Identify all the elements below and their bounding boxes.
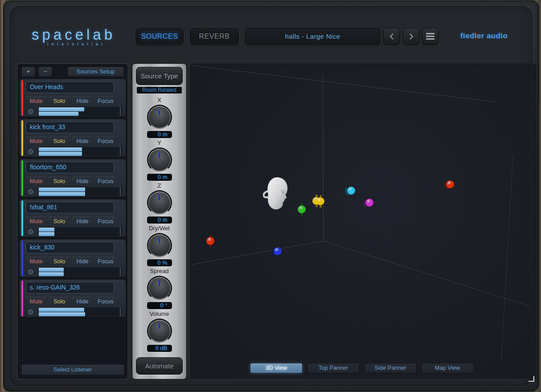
view-tab-3d-view[interactable]: 3D View [250, 363, 302, 373]
source-hide-button[interactable]: Hide [72, 297, 93, 307]
knob-group-volume: Volume0 dB [132, 310, 186, 353]
source-type-button[interactable]: Source Type [136, 67, 183, 85]
source-item[interactable]: kick_830MuteSoloHideFocus⚙ [20, 240, 126, 277]
source-focus-button[interactable]: Focus [95, 136, 116, 147]
source-ball-yellow-b[interactable] [316, 197, 324, 205]
source-hide-button[interactable]: Hide [72, 136, 93, 147]
ball-marker-bottom [209, 245, 212, 247]
source-ball-red-right[interactable] [446, 180, 454, 188]
source-solo-button[interactable]: Solo [49, 297, 70, 307]
source-focus-button[interactable]: Focus [95, 96, 116, 106]
sources-setup-title: Sources Setup [68, 67, 123, 76]
source-item[interactable]: hihat_861MuteSoloHideFocus⚙ [20, 200, 126, 237]
menu-button[interactable] [422, 28, 439, 45]
gear-icon[interactable]: ⚙ [26, 268, 36, 276]
listener-head[interactable] [263, 176, 291, 212]
knob[interactable] [147, 318, 172, 343]
gear-icon[interactable]: ⚙ [26, 107, 36, 116]
source-name-field[interactable]: kick_830 [26, 242, 114, 253]
source-item[interactable]: s. reso-GAIN_326MuteSoloHideFocus⚙ [20, 280, 126, 317]
meter-fill [39, 312, 85, 316]
automate-button[interactable]: Automate [136, 357, 183, 375]
source-name-field[interactable]: hihat_861 [26, 202, 114, 213]
preset-prev-button[interactable] [383, 28, 400, 45]
meter-fill [39, 192, 85, 196]
tab-sources[interactable]: SOURCES [135, 28, 184, 45]
view-tab-map-view[interactable]: Map View [422, 363, 473, 373]
knob-body [149, 192, 170, 213]
knob-value-display[interactable]: 0 m [147, 174, 172, 181]
source-ball-green[interactable] [298, 205, 306, 213]
gear-icon[interactable]: ⚙ [26, 308, 36, 316]
source-name-field[interactable]: Over Heads [26, 82, 114, 93]
gear-icon[interactable]: ⚙ [26, 188, 36, 196]
source-ball-blue[interactable] [274, 247, 282, 255]
source-focus-button[interactable]: Focus [95, 176, 116, 187]
source-mute-button[interactable]: Mute [26, 297, 46, 307]
gear-icon[interactable]: ⚙ [26, 228, 36, 236]
source-item[interactable]: kick front_33MuteSoloHideFocus⚙ [20, 119, 126, 157]
knob[interactable] [147, 190, 172, 215]
preset-next-button[interactable] [403, 28, 419, 45]
source-solo-button[interactable]: Solo [49, 96, 70, 106]
sources-header: + − Sources Setup [22, 67, 123, 76]
tab-reverb[interactable]: REVERB [190, 28, 239, 45]
source-mute-button[interactable]: Mute [26, 257, 46, 267]
knob-pointer [159, 237, 160, 243]
source-mute-button[interactable]: Mute [26, 176, 46, 187]
source-focus-button[interactable]: Focus [95, 216, 116, 227]
source-hide-button[interactable]: Hide [72, 96, 93, 106]
add-source-button[interactable]: + [22, 67, 35, 76]
chevron-left-icon [389, 33, 395, 40]
knob-value-display[interactable]: 0 % [147, 259, 172, 266]
source-name-field[interactable]: s. reso-GAIN_326 [26, 282, 114, 294]
room-related-mode[interactable]: Room Related [137, 87, 182, 94]
knob-body [149, 320, 170, 342]
view-tab-top-panner[interactable]: Top Panner [307, 363, 359, 373]
preset-selector[interactable]: halls - Large Nice [245, 28, 381, 45]
source-item[interactable]: Over HeadsMuteSoloHideFocus⚙ [20, 79, 126, 117]
knob-value-display[interactable]: 0 ° [147, 302, 172, 309]
source-hide-button[interactable]: Hide [72, 176, 93, 187]
source-solo-button[interactable]: Solo [49, 216, 70, 227]
source-hide-button[interactable]: Hide [72, 257, 93, 267]
knob-label: Z [132, 182, 186, 190]
3d-viewport[interactable]: 3D ViewTop PannerSide PannerMap View [190, 64, 536, 378]
select-listener-button[interactable]: Select Listener [21, 365, 124, 375]
source-mute-button[interactable]: Mute [26, 216, 46, 227]
knob-group-spread: Spread0 ° [132, 268, 186, 310]
meter-track [39, 152, 122, 156]
knob-value-display[interactable]: 0 dB [147, 345, 172, 352]
meter-fill [39, 147, 82, 151]
knob[interactable] [147, 276, 172, 301]
source-name-field[interactable]: floortom_650 [26, 162, 114, 173]
level-meters [38, 267, 122, 277]
knob-label: Volume [132, 310, 186, 318]
source-item[interactable]: floortom_650MuteSoloHideFocus⚙ [20, 159, 126, 197]
source-hide-button[interactable]: Hide [72, 216, 93, 227]
remove-source-button[interactable]: − [39, 67, 52, 76]
source-mute-button[interactable]: Mute [26, 96, 46, 106]
knob-value-display[interactable]: 0 m [147, 131, 172, 138]
source-name-field[interactable]: kick front_33 [26, 122, 114, 133]
meter-track [39, 112, 122, 116]
resize-handle-icon[interactable] [528, 375, 534, 384]
view-tab-side-panner[interactable]: Side Panner [365, 363, 416, 373]
knob-label: Dry/Wet [132, 225, 186, 233]
source-solo-button[interactable]: Solo [49, 257, 70, 267]
source-focus-button[interactable]: Focus [95, 297, 116, 307]
source-solo-button[interactable]: Solo [49, 176, 70, 187]
source-focus-button[interactable]: Focus [95, 257, 116, 267]
source-ball-red-left[interactable] [206, 237, 214, 245]
source-ball-cyan[interactable] [347, 187, 355, 195]
source-mute-button[interactable]: Mute [26, 136, 46, 147]
meter-track [39, 147, 122, 151]
knob[interactable] [147, 105, 172, 130]
knob[interactable] [147, 233, 172, 258]
knob-value-display[interactable]: 0 m [147, 216, 172, 224]
knob-pointer [159, 323, 160, 329]
source-ball-magenta[interactable] [365, 199, 373, 207]
gear-icon[interactable]: ⚙ [26, 147, 36, 156]
source-solo-button[interactable]: Solo [49, 136, 70, 147]
knob[interactable] [147, 147, 172, 172]
